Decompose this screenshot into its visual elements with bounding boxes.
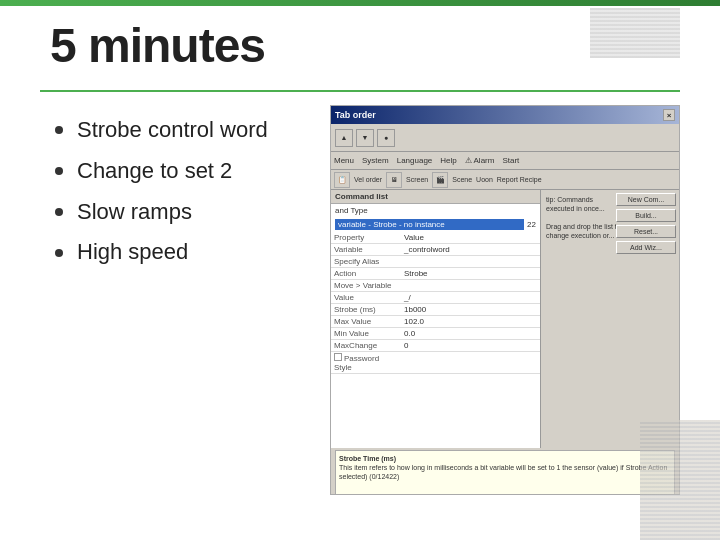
bullet-dot [55, 167, 63, 175]
bottom-description: Strobe Time (ms) This item refers to how… [335, 450, 675, 495]
prop-value-movevariable [401, 280, 540, 292]
right-buttons: New Com... Build... Reset... Add Wiz... [616, 193, 676, 254]
prop-label-header: Property [331, 232, 401, 244]
dialog-content: Command list and Type variable - Strobe … [331, 190, 679, 448]
table-row: Move > Variable [331, 280, 540, 292]
prop-label-strobe: Strobe (ms) [331, 304, 401, 316]
pwd-checkbox[interactable] [334, 353, 342, 361]
bullet-text: Slow ramps [77, 197, 192, 228]
bullet-dot [55, 249, 63, 257]
dialog-toolbar: ▲ ▼ ● [331, 124, 679, 152]
t2-report[interactable]: Report Recipe [497, 176, 542, 183]
bullet-list: Strobe control wordChange to set 2Slow r… [55, 115, 268, 278]
right-panel: New Com... Build... Reset... Add Wiz... … [541, 190, 679, 448]
bullet-item: Change to set 2 [55, 156, 268, 187]
toolbar-btn-1[interactable]: ▲ [335, 129, 353, 147]
table-row: Password Style [331, 352, 540, 374]
prop-value-pwdstyle [401, 352, 540, 374]
prop-label-maxchange: MaxChange [331, 340, 401, 352]
slide-title: 5 minutes [50, 18, 265, 73]
table-row: Variable _controlword [331, 244, 540, 256]
command-type-row: and Type [331, 204, 540, 217]
prop-label-specifyalias: Specify Alias [331, 256, 401, 268]
menu-item-system[interactable]: System [362, 156, 389, 165]
bullet-item: Strobe control word [55, 115, 268, 146]
row-number: 22 [527, 220, 536, 229]
dialog-title-text: Tab order [335, 110, 376, 120]
command-type-label: and Type [335, 206, 368, 215]
menu-bar: Menu System Language Help ⚠ Alarm Start [331, 152, 679, 170]
t2-velorder[interactable]: Vel order [354, 176, 382, 183]
prop-label-movevariable: Move > Variable [331, 280, 401, 292]
command-input[interactable]: variable - Strobe - no instance [335, 219, 524, 230]
bottom-right-decoration [640, 420, 720, 540]
prop-value-header: Value [401, 232, 540, 244]
bullet-item: Slow ramps [55, 197, 268, 228]
bullet-text: Strobe control word [77, 115, 268, 146]
bullet-text: High speed [77, 237, 188, 268]
table-row: MaxChange 0 [331, 340, 540, 352]
table-row: Action Strobe [331, 268, 540, 280]
table-row: Property Value [331, 232, 540, 244]
t2-icon-scene[interactable]: 🎬 [432, 172, 448, 188]
prop-value-value: _/ [401, 292, 540, 304]
help-text: tip: Commands executed in once...Drag an… [544, 193, 624, 242]
prop-value-maxchange: 0 [401, 340, 540, 352]
prop-label-minvalue: Min Value [331, 328, 401, 340]
t2-screen[interactable]: Screen [406, 176, 428, 183]
title-divider [40, 90, 680, 92]
prop-value-specifyalias [401, 256, 540, 268]
table-row: Strobe (ms) 1b000 [331, 304, 540, 316]
prop-value-minvalue: 0.0 [401, 328, 540, 340]
prop-label-pwdstyle: Password Style [331, 352, 401, 374]
menu-item-menu[interactable]: Menu [334, 156, 354, 165]
table-row: Max Value 102.0 [331, 316, 540, 328]
menu-item-start[interactable]: Start [502, 156, 519, 165]
new-command-button[interactable]: New Com... [616, 193, 676, 206]
build-button[interactable]: Build... [616, 209, 676, 222]
prop-label-maxvalue: Max Value [331, 316, 401, 328]
panel-title: Command list [331, 190, 540, 204]
table-row: Value _/ [331, 292, 540, 304]
properties-table: Property Value Variable _controlword Spe… [331, 232, 540, 374]
t2-uoon[interactable]: Uoon [476, 176, 493, 183]
screenshot-area: Tab order × ▲ ▼ ● Menu System Language H… [330, 105, 680, 495]
prop-value-variable: _controlword [401, 244, 540, 256]
bullet-text: Change to set 2 [77, 156, 232, 187]
bottom-desc-title: Strobe Time (ms) [339, 455, 396, 462]
menu-item-help[interactable]: Help [440, 156, 456, 165]
prop-label-variable: Variable [331, 244, 401, 256]
prop-label-action: Action [331, 268, 401, 280]
toolbar2: 📋 Vel order 🖥 Screen 🎬 Scene Uoon Report… [331, 170, 679, 190]
toolbar-btn-3[interactable]: ● [377, 129, 395, 147]
corner-decoration [590, 8, 680, 58]
bullet-item: High speed [55, 237, 268, 268]
bottom-desc-text: This item refers to how long in millisec… [339, 464, 667, 480]
add-wizard-button[interactable]: Add Wiz... [616, 241, 676, 254]
reset-button[interactable]: Reset... [616, 225, 676, 238]
prop-value-strobe: 1b000 [401, 304, 540, 316]
menu-item-language[interactable]: Language [397, 156, 433, 165]
t2-scene[interactable]: Scene [452, 176, 472, 183]
bullet-dot [55, 126, 63, 134]
left-panel: Command list and Type variable - Strobe … [331, 190, 541, 448]
table-row: Min Value 0.0 [331, 328, 540, 340]
t2-icon-screen[interactable]: 🖥 [386, 172, 402, 188]
bullet-dot [55, 208, 63, 216]
close-button[interactable]: × [663, 109, 675, 121]
prop-value-action: Strobe [401, 268, 540, 280]
dialog-window: Tab order × ▲ ▼ ● Menu System Language H… [331, 106, 679, 494]
command-input-row: variable - Strobe - no instance 22 [331, 217, 540, 232]
dialog-title-bar: Tab order × [331, 106, 679, 124]
prop-value-maxvalue: 102.0 [401, 316, 540, 328]
table-row: Specify Alias [331, 256, 540, 268]
toolbar-btn-2[interactable]: ▼ [356, 129, 374, 147]
t2-icon-velorder[interactable]: 📋 [334, 172, 350, 188]
menu-item-alarm[interactable]: ⚠ Alarm [465, 156, 495, 165]
slide-container: 5 minutes Strobe control wordChange to s… [0, 0, 720, 540]
top-bar [0, 0, 720, 6]
prop-label-value: Value [331, 292, 401, 304]
